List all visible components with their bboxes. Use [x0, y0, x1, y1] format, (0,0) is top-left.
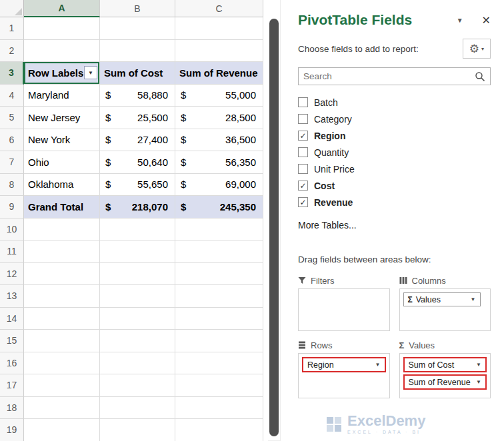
scrollbar-thumb[interactable]	[269, 19, 279, 436]
cell-B5[interactable]: $25,500	[100, 107, 175, 129]
row-header-13[interactable]: 13	[0, 285, 24, 308]
zone-item-sum-of-cost[interactable]: Sum of Cost▼	[403, 357, 487, 372]
cell-A19[interactable]	[24, 419, 100, 441]
row-header-17[interactable]: 17	[0, 374, 24, 397]
select-all-corner[interactable]	[0, 0, 24, 17]
cell-A11[interactable]	[24, 240, 100, 263]
cell-C8[interactable]: $69,000	[175, 174, 263, 197]
cell-C10[interactable]	[175, 219, 263, 241]
close-icon[interactable]: ✕	[482, 14, 491, 27]
cell-C6[interactable]: $36,500	[175, 129, 263, 152]
row-header-9[interactable]: 9	[0, 196, 24, 219]
cell-B2[interactable]	[100, 40, 175, 63]
field-checkbox[interactable]	[298, 114, 308, 124]
more-tables-link[interactable]: More Tables...	[298, 220, 491, 230]
row-header-1[interactable]: 1	[0, 17, 24, 40]
zone-item-values[interactable]: ΣValues▼	[403, 292, 481, 306]
row-header-10[interactable]: 10	[0, 219, 24, 241]
cell-C7[interactable]: $56,350	[175, 151, 263, 174]
field-checkbox[interactable]: ✓	[298, 197, 308, 207]
cell-C9[interactable]: $245,350	[175, 196, 263, 219]
field-item-region[interactable]: ✓Region	[298, 127, 491, 144]
cell-A9[interactable]: Grand Total	[24, 196, 100, 219]
row-header-12[interactable]: 12	[0, 263, 24, 286]
cell-A5[interactable]: New Jersey	[24, 107, 100, 129]
cell-A18[interactable]	[24, 397, 100, 420]
cell-B8[interactable]: $55,650	[100, 174, 175, 197]
cell-A8[interactable]: Oklahoma	[24, 174, 100, 197]
column-header-C[interactable]: C	[175, 0, 263, 17]
field-item-quantity[interactable]: Quantity	[298, 144, 491, 161]
cell-B6[interactable]: $27,400	[100, 129, 175, 152]
field-item-revenue[interactable]: ✓Revenue	[298, 194, 491, 211]
row-header-4[interactable]: 4	[0, 85, 24, 107]
chevron-down-icon[interactable]: ▼	[471, 296, 476, 302]
row-header-3[interactable]: 3	[0, 62, 24, 85]
cell-B11[interactable]	[100, 240, 175, 263]
cell-C4[interactable]: $55,000	[175, 85, 263, 107]
cell-C13[interactable]	[175, 285, 263, 308]
chevron-down-icon[interactable]: ▼	[476, 379, 481, 385]
field-checkbox[interactable]	[298, 147, 308, 157]
cell-C14[interactable]	[175, 308, 263, 330]
field-checkbox[interactable]: ✓	[298, 131, 308, 141]
row-labels-filter-dropdown[interactable]: ▼	[84, 66, 97, 79]
columns-drop-zone[interactable]: ΣValues▼	[399, 288, 491, 331]
cell-B15[interactable]	[100, 330, 175, 352]
cell-A3[interactable]: Row Labels▼	[24, 62, 100, 85]
row-header-11[interactable]: 11	[0, 240, 24, 263]
field-checkbox[interactable]	[298, 97, 308, 107]
pane-options-caret-icon[interactable]: ▼	[457, 17, 463, 24]
values-drop-zone[interactable]: Sum of Cost▼Sum of Revenue▼	[399, 353, 491, 398]
field-item-cost[interactable]: ✓Cost	[298, 177, 491, 194]
cell-C1[interactable]	[175, 17, 263, 40]
cell-A14[interactable]	[24, 308, 100, 330]
cell-C16[interactable]	[175, 352, 263, 375]
cell-B14[interactable]	[100, 308, 175, 330]
cell-C12[interactable]	[175, 263, 263, 286]
tools-button[interactable]: ⚙ ▾	[463, 39, 491, 59]
field-item-batch[interactable]: Batch	[298, 94, 491, 111]
cell-B9[interactable]: $218,070	[100, 196, 175, 219]
row-header-16[interactable]: 16	[0, 352, 24, 375]
cell-C15[interactable]	[175, 330, 263, 352]
cell-C19[interactable]	[175, 419, 263, 441]
zone-item-region[interactable]: Region▼	[302, 357, 386, 372]
search-input[interactable]	[303, 71, 475, 81]
cell-C11[interactable]	[175, 240, 263, 263]
cell-B18[interactable]	[100, 397, 175, 420]
zone-item-sum-of-revenue[interactable]: Sum of Revenue▼	[403, 374, 487, 390]
cell-B3[interactable]: Sum of Cost	[100, 62, 175, 85]
row-header-8[interactable]: 8	[0, 174, 24, 197]
field-checkbox[interactable]: ✓	[298, 181, 308, 191]
cell-B1[interactable]	[100, 17, 175, 40]
row-header-7[interactable]: 7	[0, 151, 24, 174]
cell-A12[interactable]	[24, 263, 100, 286]
cell-C17[interactable]	[175, 374, 263, 397]
cell-A10[interactable]	[24, 219, 100, 241]
cell-B4[interactable]: $58,880	[100, 85, 175, 107]
column-header-A[interactable]: A	[24, 0, 100, 17]
cell-C18[interactable]	[175, 397, 263, 420]
row-header-6[interactable]: 6	[0, 129, 24, 152]
cell-A1[interactable]	[24, 17, 100, 40]
cell-A15[interactable]	[24, 330, 100, 352]
row-header-5[interactable]: 5	[0, 107, 24, 129]
row-header-19[interactable]: 19	[0, 419, 24, 441]
row-header-15[interactable]: 15	[0, 330, 24, 352]
cell-A2[interactable]	[24, 40, 100, 63]
cell-B19[interactable]	[100, 419, 175, 441]
rows-drop-zone[interactable]: Region▼	[298, 353, 390, 398]
cell-A4[interactable]: Maryland	[24, 85, 100, 107]
vertical-scrollbar[interactable]	[268, 0, 280, 441]
cell-B7[interactable]: $50,640	[100, 151, 175, 174]
cell-C5[interactable]: $28,500	[175, 107, 263, 129]
search-box[interactable]	[298, 67, 491, 85]
column-header-B[interactable]: B	[100, 0, 175, 17]
cell-B12[interactable]	[100, 263, 175, 286]
cell-B13[interactable]	[100, 285, 175, 308]
cell-A6[interactable]: New York	[24, 129, 100, 152]
cell-B16[interactable]	[100, 352, 175, 375]
cell-A17[interactable]	[24, 374, 100, 397]
row-header-14[interactable]: 14	[0, 308, 24, 330]
